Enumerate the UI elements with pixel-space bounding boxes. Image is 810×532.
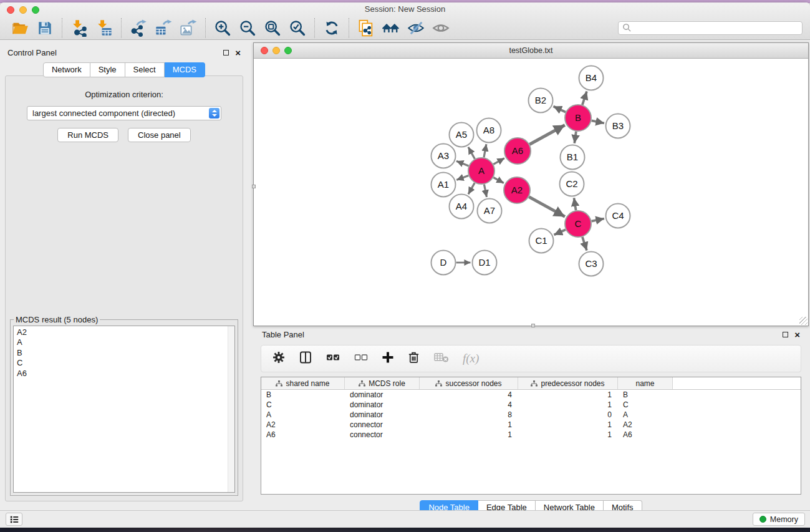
table-row[interactable]: Cdominator41C — [261, 400, 801, 410]
graph-node-C3[interactable]: C3 — [579, 252, 604, 276]
search-input[interactable] — [632, 24, 798, 32]
delete-table-button[interactable] — [433, 351, 450, 366]
memory-button[interactable]: Memory — [753, 513, 805, 526]
table-cell[interactable]: 4 — [420, 400, 518, 409]
graph-edge-A-A6[interactable] — [493, 158, 504, 165]
show-column-panel-button[interactable] — [299, 351, 312, 367]
deselect-all-columns-button[interactable] — [354, 352, 369, 365]
table-cell[interactable]: A6 — [261, 430, 345, 439]
graph-node-A[interactable]: A — [468, 158, 494, 184]
table-cell[interactable]: A2 — [261, 420, 345, 429]
column-header-MCDS-role[interactable]: MCDS role — [345, 377, 420, 389]
table-cell[interactable]: C — [618, 400, 673, 409]
column-header-shared-name[interactable]: shared name — [261, 377, 345, 389]
graph-node-B1[interactable]: B1 — [561, 145, 585, 170]
create-column-button[interactable] — [382, 351, 394, 366]
zoom-fit-button[interactable] — [260, 17, 285, 39]
select-all-columns-button[interactable] — [325, 352, 340, 365]
resize-grip-icon[interactable] — [799, 317, 808, 325]
table-cell[interactable]: 1 — [420, 430, 518, 439]
network-window-titlebar[interactable]: testGlobe.txt — [254, 43, 808, 59]
graph-node-B4[interactable]: B4 — [579, 66, 604, 90]
network-graph[interactable]: AA1A2A3A4A5A6A7A8BB1B2B3B4CC1C2C3C4DD1 — [254, 59, 808, 326]
result-list-scrollbar[interactable] — [228, 326, 234, 492]
table-cell[interactable]: A — [261, 410, 345, 419]
zoom-in-button[interactable] — [210, 17, 235, 39]
table-cell[interactable]: A6 — [618, 430, 673, 439]
table-cell[interactable]: connector — [345, 420, 420, 429]
save-session-button[interactable] — [32, 17, 57, 39]
graph-edge-A2-C[interactable] — [529, 197, 565, 217]
open-session-button[interactable] — [7, 17, 32, 39]
table-cell[interactable]: 1 — [518, 430, 618, 439]
graph-node-A4[interactable]: A4 — [450, 195, 474, 219]
graph-node-A1[interactable]: A1 — [432, 173, 456, 197]
optimization-criterion-dropdown[interactable]: largest connected component (directed) — [27, 106, 221, 120]
search-field[interactable] — [618, 21, 803, 35]
titlebar[interactable]: Session: New Session — [0, 2, 810, 16]
graph-edge-A-A4[interactable] — [468, 183, 475, 194]
graph-node-A6[interactable]: A6 — [504, 138, 531, 164]
table-row[interactable]: Adominator80A — [261, 410, 801, 420]
table-cell[interactable]: dominator — [345, 410, 420, 419]
table-row[interactable]: Bdominator41B — [261, 390, 801, 400]
float-table-panel-icon[interactable] — [783, 332, 788, 337]
graph-node-A3[interactable]: A3 — [432, 144, 456, 168]
graph-node-C4[interactable]: C4 — [606, 204, 630, 228]
table-cell[interactable]: B — [261, 390, 345, 399]
table-cell[interactable]: C — [261, 400, 345, 409]
table-cell[interactable]: 1 — [420, 420, 518, 429]
graph-node-C1[interactable]: C1 — [529, 229, 554, 253]
hide-selected-button[interactable] — [403, 17, 428, 39]
graph-edge-C-C2[interactable] — [574, 198, 576, 210]
table-cell[interactable]: 1 — [518, 420, 618, 429]
graph-edge-B-B4[interactable] — [582, 91, 587, 105]
run-mcds-button[interactable]: Run MCDS — [57, 128, 118, 142]
table-row[interactable]: A6connector11A6 — [261, 430, 801, 440]
table-row[interactable]: A2connector11A2 — [261, 420, 801, 430]
graph-node-D[interactable]: D — [432, 251, 456, 275]
graph-node-D1[interactable]: D1 — [473, 251, 497, 275]
column-header-name[interactable]: name — [618, 377, 673, 389]
graph-edge-C-C4[interactable] — [592, 219, 604, 221]
table-cell[interactable]: 1 — [518, 390, 618, 399]
mcds-result-item[interactable]: A — [17, 337, 234, 347]
network-canvas[interactable]: AA1A2A3A4A5A6A7A8BB1B2B3B4CC1C2C3C4DD1 — [254, 59, 808, 326]
export-image-button[interactable] — [176, 17, 201, 39]
graph-node-B[interactable]: B — [565, 105, 591, 131]
zoom-selected-button[interactable] — [285, 17, 310, 39]
graph-edge-C-C1[interactable] — [554, 230, 566, 235]
graph-edge-A-A7[interactable] — [484, 185, 486, 197]
clone-network-button[interactable] — [354, 17, 378, 39]
function-builder-button[interactable]: f(x) — [463, 352, 479, 365]
table-cell[interactable]: 1 — [518, 400, 618, 409]
tab-network[interactable]: Network — [43, 62, 90, 77]
graph-edge-A-A1[interactable] — [456, 176, 468, 180]
column-header-successor-nodes[interactable]: successor nodes — [420, 377, 518, 389]
refresh-button[interactable] — [319, 17, 344, 39]
float-panel-icon[interactable] — [223, 50, 229, 56]
show-panels-button[interactable] — [6, 513, 22, 526]
home-views-button[interactable] — [378, 17, 403, 39]
delete-column-button[interactable] — [407, 351, 420, 367]
table-cell[interactable]: connector — [345, 430, 420, 439]
table-cell[interactable]: A2 — [618, 420, 673, 429]
mcds-result-item[interactable]: A2 — [17, 327, 234, 337]
graph-node-B2[interactable]: B2 — [529, 89, 553, 113]
bottom-resize-handle[interactable] — [531, 324, 535, 327]
table-cell[interactable]: B — [618, 390, 673, 399]
tab-style[interactable]: Style — [90, 62, 125, 77]
table-cell[interactable]: 8 — [420, 410, 518, 419]
graph-edge-B-B1[interactable] — [574, 132, 576, 143]
graph-node-A8[interactable]: A8 — [477, 118, 501, 143]
close-panel-button[interactable]: Close panel — [128, 128, 191, 142]
mcds-result-item[interactable]: B — [17, 348, 234, 358]
graph-edge-A-A2[interactable] — [493, 178, 504, 183]
graph-node-C2[interactable]: C2 — [560, 172, 584, 196]
graph-edge-A-A3[interactable] — [456, 161, 469, 166]
export-table-button[interactable] — [151, 17, 176, 39]
import-network-button[interactable] — [67, 17, 92, 39]
graph-edge-B-B3[interactable] — [592, 120, 604, 123]
close-table-panel-icon[interactable]: × — [794, 332, 800, 337]
export-network-button[interactable] — [126, 17, 151, 39]
